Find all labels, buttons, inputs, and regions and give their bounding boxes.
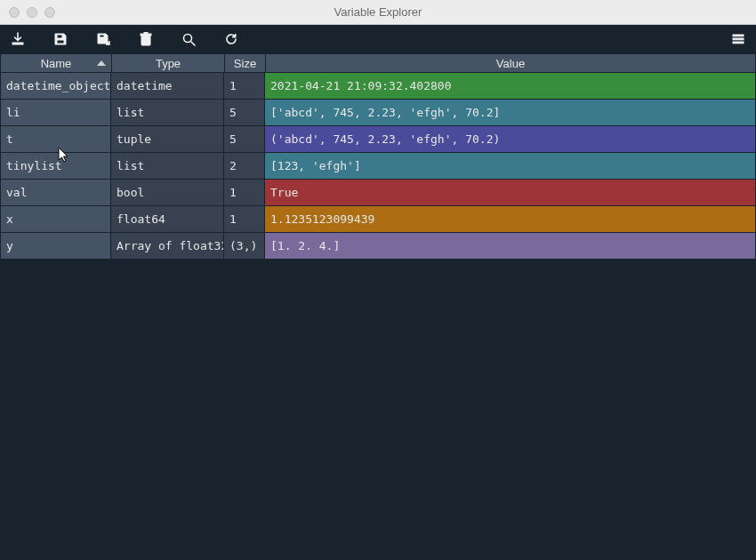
column-header-size[interactable]: Size <box>224 53 265 73</box>
svg-point-7 <box>184 35 192 43</box>
table-row[interactable]: yArray of float32(3,)[1. 2. 4.] <box>1 233 755 260</box>
options-menu-button[interactable] <box>729 30 747 48</box>
toolbar <box>0 25 756 53</box>
table-header: Name Type Size Value <box>0 53 756 73</box>
window-controls <box>0 7 55 18</box>
cell-type: Array of float32 <box>111 233 224 260</box>
cell-value: [1. 2. 4.] <box>265 233 755 260</box>
cell-type: list <box>111 153 224 180</box>
cell-size: 5 <box>224 126 265 153</box>
column-header-name[interactable]: Name <box>0 53 111 73</box>
svg-rect-6 <box>144 32 148 34</box>
delete-button[interactable] <box>137 30 155 48</box>
svg-rect-1 <box>57 35 62 38</box>
column-header-type[interactable]: Type <box>111 53 224 73</box>
window-title: Variable Explorer <box>0 5 756 19</box>
cell-type: bool <box>111 180 224 206</box>
table-row[interactable]: valbool1True <box>1 180 755 206</box>
table-body: datetime_objectdatetime12021-04-21 21:09… <box>0 73 756 560</box>
column-header-label: Value <box>496 57 525 70</box>
cell-type: float64 <box>111 206 224 233</box>
import-data-button[interactable] <box>9 30 27 48</box>
table-row[interactable]: datetime_objectdatetime12021-04-21 21:09… <box>1 73 755 100</box>
svg-rect-3 <box>100 35 104 37</box>
cell-size: 5 <box>224 100 265 126</box>
cell-value: 2021-04-21 21:09:32.402800 <box>265 73 755 100</box>
table-row[interactable]: tinylistlist2[123, 'efgh'] <box>1 153 755 180</box>
cell-name: datetime_object <box>1 73 111 100</box>
column-header-label: Name <box>41 57 72 70</box>
search-button[interactable] <box>180 30 197 48</box>
sort-ascending-icon <box>97 60 106 66</box>
cell-value: ['abcd', 745, 2.23, 'efgh', 70.2] <box>265 100 755 126</box>
svg-rect-2 <box>57 40 64 44</box>
cell-size: 1 <box>224 180 265 206</box>
cell-type: list <box>111 100 224 126</box>
cell-name: t <box>1 126 111 153</box>
cell-value: 1.1235123099439 <box>265 206 755 233</box>
table-row[interactable]: lilist5['abcd', 745, 2.23, 'efgh', 70.2] <box>1 100 755 126</box>
cell-value: [123, 'efgh'] <box>265 153 755 180</box>
table-row[interactable]: xfloat6411.1235123099439 <box>1 206 755 233</box>
svg-rect-4 <box>141 36 150 45</box>
svg-rect-9 <box>733 38 744 40</box>
zoom-window-button[interactable] <box>44 7 55 18</box>
column-header-label: Type <box>156 57 181 70</box>
column-header-value[interactable]: Value <box>265 53 756 73</box>
close-window-button[interactable] <box>9 7 20 18</box>
cell-type: tuple <box>111 126 224 153</box>
cell-size: (3,) <box>224 233 265 260</box>
svg-rect-8 <box>733 35 744 36</box>
table-row[interactable]: ttuple5('abcd', 745, 2.23, 'efgh', 70.2) <box>1 126 755 153</box>
svg-rect-0 <box>12 43 23 44</box>
save-as-button[interactable] <box>94 30 112 48</box>
refresh-button[interactable] <box>222 30 240 48</box>
cell-value: True <box>265 180 755 206</box>
cell-name: val <box>1 180 111 206</box>
cell-type: datetime <box>111 73 224 100</box>
cell-size: 2 <box>224 153 265 180</box>
cell-size: 1 <box>224 206 265 233</box>
cell-name: x <box>1 206 111 233</box>
minimize-window-button[interactable] <box>27 7 37 18</box>
cell-name: tinylist <box>1 153 111 180</box>
cell-name: li <box>1 100 111 126</box>
cell-size: 1 <box>224 73 265 100</box>
svg-rect-10 <box>733 42 744 44</box>
cell-value: ('abcd', 745, 2.23, 'efgh', 70.2) <box>265 126 755 153</box>
window-titlebar: Variable Explorer <box>0 0 756 25</box>
cell-name: y <box>1 233 111 260</box>
save-button[interactable] <box>52 30 69 48</box>
column-header-label: Size <box>234 57 256 70</box>
